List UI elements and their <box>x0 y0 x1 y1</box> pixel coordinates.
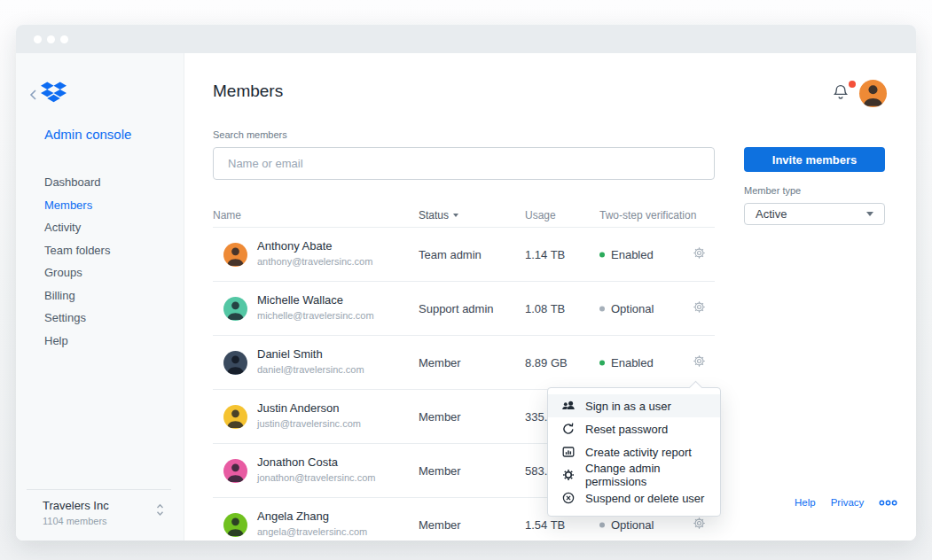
avatar <box>223 405 247 429</box>
traffic-light-buttons[interactable] <box>34 35 68 43</box>
member-email: anthony@travelersinc.com <box>257 256 372 267</box>
help-link[interactable]: Help <box>795 497 816 508</box>
invite-members-button[interactable]: Invite members <box>744 147 885 172</box>
sidebar-item-groups[interactable]: Groups <box>44 261 110 284</box>
sidebar: Admin console Dashboard Members Activity… <box>16 53 184 541</box>
member-status: Member <box>419 518 461 532</box>
column-header-name: Name <box>213 209 241 222</box>
member-name: Anthony Abate <box>257 239 372 253</box>
verification-label: Enabled <box>611 356 654 369</box>
status-dot <box>599 522 605 527</box>
company-member-count: 1104 members <box>43 516 166 526</box>
member-usage: 1.08 TB <box>525 302 565 315</box>
avatar <box>223 243 247 267</box>
traffic-light-icon[interactable] <box>47 35 55 43</box>
member-usage: 1.54 TB <box>525 518 565 532</box>
verification-cell: Optional <box>599 518 654 532</box>
member-email: daniel@travelersinc.com <box>257 364 364 375</box>
back-chevron-icon[interactable] <box>29 89 38 105</box>
table-row[interactable]: Michelle Wallacemichelle@travelersinc.co… <box>213 282 715 336</box>
menu-item-suspend-or-delete-user[interactable]: Suspend or delete user <box>548 486 720 509</box>
member-type-select[interactable]: Active <box>744 203 885 225</box>
table-row[interactable]: Anthony Abateanthony@travelersinc.com Te… <box>213 228 715 282</box>
up-down-chevron-icon[interactable] <box>156 503 164 520</box>
traffic-light-icon[interactable] <box>34 35 42 43</box>
verification-label: Optional <box>611 302 654 315</box>
member-usage: 335. <box>525 410 547 424</box>
avatar <box>223 297 247 321</box>
suspend-delete-icon <box>561 491 576 505</box>
member-usage: 583. <box>525 464 547 478</box>
row-gear-icon[interactable] <box>693 517 706 533</box>
sidebar-item-members[interactable]: Members <box>44 194 110 217</box>
member-status: Team admin <box>419 248 482 261</box>
row-gear-icon[interactable] <box>693 246 706 262</box>
privacy-link[interactable]: Privacy <box>831 497 865 508</box>
footer-links: Help Privacy <box>795 497 897 508</box>
profile-avatar[interactable] <box>859 80 887 107</box>
member-email: justin@travelersinc.com <box>257 418 361 429</box>
table-row[interactable]: Daniel Smithdaniel@travelersinc.com Memb… <box>213 336 715 390</box>
verification-cell: Optional <box>599 302 654 315</box>
member-name: Michelle Wallace <box>257 293 374 307</box>
row-actions-menu: Sign in as a user Reset password Create … <box>547 387 721 517</box>
company-name: Travelers Inc <box>43 499 166 512</box>
member-name: Jonathon Costa <box>257 455 375 469</box>
chevron-down-icon <box>866 212 873 216</box>
dropbox-logo-icon[interactable] <box>41 82 67 107</box>
menu-item-label: Change admin permissions <box>585 462 707 488</box>
page-title: Members <box>213 82 283 101</box>
menu-item-sign-in-as-user[interactable]: Sign in as a user <box>548 394 720 417</box>
avatar <box>223 351 247 375</box>
avatar <box>223 513 247 537</box>
sidebar-item-billing[interactable]: Billing <box>44 284 110 307</box>
main-content: Members Search members Invite members Me… <box>184 53 916 541</box>
sidebar-item-settings[interactable]: Settings <box>44 307 110 330</box>
menu-item-label: Suspend or delete user <box>585 492 704 505</box>
reset-password-icon <box>561 422 576 436</box>
avatar <box>223 459 247 483</box>
menu-item-create-activity-report[interactable]: Create activity report <box>548 440 720 463</box>
sort-caret-icon <box>453 214 458 217</box>
member-name: Justin Anderson <box>257 401 361 415</box>
company-switcher[interactable]: Travelers Inc 1104 members <box>27 489 171 526</box>
menu-item-label: Sign in as a user <box>585 400 671 413</box>
menu-item-label: Create activity report <box>585 446 692 459</box>
admin-console-title[interactable]: Admin console <box>44 127 131 142</box>
app-window: Admin console Dashboard Members Activity… <box>16 25 916 541</box>
verification-label: Optional <box>611 518 654 532</box>
verification-label: Enabled <box>611 248 654 261</box>
member-usage: 1.14 TB <box>525 248 565 261</box>
notification-dot <box>849 81 856 88</box>
sidebar-nav: Dashboard Members Activity Team folders … <box>44 171 110 352</box>
search-input[interactable] <box>213 147 715 180</box>
menu-item-label: Reset password <box>585 423 668 436</box>
member-status: Support admin <box>419 302 494 315</box>
column-header-verification: Two-step verification <box>599 209 696 222</box>
member-name: Daniel Smith <box>257 347 364 361</box>
sidebar-item-dashboard[interactable]: Dashboard <box>44 171 110 194</box>
member-email: michelle@travelersinc.com <box>257 310 374 321</box>
member-usage: 8.89 GB <box>525 356 568 369</box>
verification-cell: Enabled <box>599 248 654 261</box>
column-header-status[interactable]: Status <box>419 209 458 222</box>
sidebar-item-help[interactable]: Help <box>44 330 110 353</box>
traffic-light-icon[interactable] <box>60 35 68 43</box>
notifications-bell-icon[interactable] <box>831 82 854 105</box>
menu-item-reset-password[interactable]: Reset password <box>548 417 720 440</box>
status-dot <box>599 360 605 365</box>
member-status: Member <box>419 464 461 478</box>
more-options-icon[interactable] <box>879 499 897 507</box>
member-name: Angela Zhang <box>257 509 367 523</box>
menu-item-change-admin-permissions[interactable]: Change admin permissions <box>548 463 720 486</box>
sidebar-item-activity[interactable]: Activity <box>44 216 110 239</box>
search-members-label: Search members <box>213 129 287 140</box>
status-dot <box>599 306 605 311</box>
member-email: angela@travelersinc.com <box>257 526 367 537</box>
row-gear-icon[interactable] <box>693 354 706 370</box>
activity-report-icon <box>561 445 576 459</box>
member-type-value: Active <box>756 207 787 221</box>
sidebar-item-team-folders[interactable]: Team folders <box>44 239 110 262</box>
row-gear-icon[interactable] <box>693 300 706 316</box>
admin-permissions-icon <box>561 468 576 482</box>
